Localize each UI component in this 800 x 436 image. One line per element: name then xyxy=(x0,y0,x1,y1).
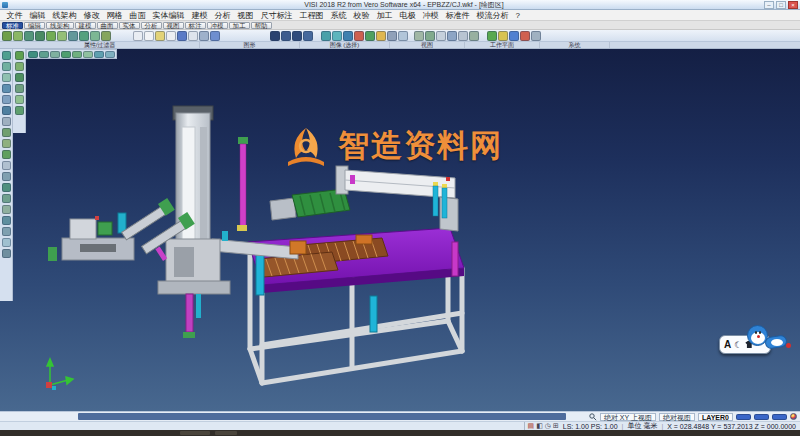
left-toolbar-icon[interactable] xyxy=(2,150,11,159)
toolbar-icon[interactable] xyxy=(354,31,364,41)
menu-item[interactable]: 网格 xyxy=(103,10,126,21)
toolbar-tab[interactable]: 加工 xyxy=(229,22,250,29)
toolbar-icon[interactable] xyxy=(177,31,187,41)
toolbar-icon[interactable] xyxy=(414,31,424,41)
menu-item[interactable]: 模流分析 xyxy=(473,10,512,21)
search-icon[interactable] xyxy=(589,413,597,421)
menu-item[interactable]: 电极 xyxy=(396,10,419,21)
close-button[interactable]: × xyxy=(788,1,798,9)
toolbar-icon[interactable] xyxy=(101,31,111,41)
3d-viewport[interactable]: 智造资料网 A ☾ xyxy=(0,49,800,411)
menu-item[interactable]: 校验 xyxy=(350,10,373,21)
left-toolbar-icon[interactable] xyxy=(2,62,11,71)
toolbar-icon[interactable] xyxy=(321,31,331,41)
menu-item[interactable]: 修改 xyxy=(80,10,103,21)
filter-icon[interactable] xyxy=(39,51,49,58)
left-toolbar-icon[interactable] xyxy=(2,205,11,214)
toolbar-tab[interactable]: 建模 xyxy=(75,22,96,29)
toolbar-icon[interactable] xyxy=(144,31,154,41)
menu-item[interactable]: 编辑 xyxy=(26,10,49,21)
toolbar-icon[interactable] xyxy=(90,31,100,41)
maximize-button[interactable]: □ xyxy=(776,1,786,9)
toolbar-icon[interactable] xyxy=(79,31,89,41)
toolbar-icon[interactable] xyxy=(436,31,446,41)
status-pill[interactable] xyxy=(772,414,787,420)
toolbar-icon[interactable] xyxy=(387,31,397,41)
absolute-view-indicator[interactable]: 绝对视图 xyxy=(659,413,695,421)
menu-item[interactable]: 文件 xyxy=(3,10,26,21)
toolbar-icon[interactable] xyxy=(68,31,78,41)
filter-icon[interactable] xyxy=(28,51,38,58)
toolbar-icon[interactable] xyxy=(469,31,479,41)
menu-item[interactable]: 标准件 xyxy=(442,10,473,21)
document-icon[interactable]: ◧ xyxy=(536,422,543,430)
toolbar-icon[interactable] xyxy=(199,31,209,41)
toolbar-tab[interactable]: 编辑 xyxy=(24,22,45,29)
left-toolbar-icon[interactable] xyxy=(2,139,11,148)
left-toolbar-icon[interactable] xyxy=(2,95,11,104)
toolbar-icon[interactable] xyxy=(303,31,313,41)
toolbar-icon[interactable] xyxy=(343,31,353,41)
filter-icon[interactable] xyxy=(94,51,104,58)
toolbar-tab[interactable]: 冲模 xyxy=(207,22,228,29)
left-toolbar-icon[interactable] xyxy=(2,183,11,192)
filter-icon[interactable] xyxy=(50,51,60,58)
moon-icon[interactable]: ☾ xyxy=(734,340,742,350)
toolbar-icon[interactable] xyxy=(458,31,468,41)
left-toolbar-icon[interactable] xyxy=(2,249,11,258)
filter-icon[interactable] xyxy=(83,51,93,58)
left-toolbar-icon[interactable] xyxy=(2,51,11,60)
toolbar-icon[interactable] xyxy=(376,31,386,41)
menu-item[interactable]: 尺寸标注 xyxy=(257,10,296,21)
left-toolbar-icon[interactable] xyxy=(15,73,24,82)
left-toolbar-icon[interactable] xyxy=(15,84,24,93)
toolbar-icon[interactable] xyxy=(270,31,280,41)
left-toolbar-icon[interactable] xyxy=(2,238,11,247)
left-toolbar-icon[interactable] xyxy=(2,227,11,236)
toolbar-icon[interactable] xyxy=(292,31,302,41)
toolbar-icon[interactable] xyxy=(35,31,45,41)
menu-item[interactable]: 系统 xyxy=(327,10,350,21)
grid-icon[interactable]: ⊞ xyxy=(553,422,559,430)
toolbar-icon[interactable] xyxy=(57,31,67,41)
filter-icon[interactable] xyxy=(105,51,115,58)
toolbar-icon[interactable] xyxy=(425,31,435,41)
toolbar-tab[interactable]: 视图 xyxy=(163,22,184,29)
menu-item[interactable]: 线架构 xyxy=(49,10,80,21)
toolbar-tab[interactable]: 实体 xyxy=(119,22,140,29)
toolbar-tab[interactable]: 帮助 xyxy=(251,22,272,29)
toolbar-icon[interactable] xyxy=(447,31,457,41)
minimize-button[interactable]: – xyxy=(764,1,774,9)
left-toolbar-icon[interactable] xyxy=(2,194,11,203)
toolbar-icon[interactable] xyxy=(133,31,143,41)
toolbar-icon[interactable] xyxy=(188,31,198,41)
toolbar-icon[interactable] xyxy=(24,31,34,41)
toolbar-icon[interactable] xyxy=(13,31,23,41)
toolbar-tab[interactable]: 曲面 xyxy=(97,22,118,29)
plot-icon[interactable]: ▤ xyxy=(528,422,535,430)
toolbar-icon[interactable] xyxy=(498,31,508,41)
status-pill[interactable] xyxy=(736,414,751,420)
ime-toolbar[interactable]: A ☾ xyxy=(719,325,793,367)
view-mode-indicator[interactable]: 绝对 XY 上视图 xyxy=(600,413,656,421)
left-toolbar-icon[interactable] xyxy=(15,51,24,60)
left-toolbar-icon[interactable] xyxy=(2,161,11,170)
left-toolbar-icon[interactable] xyxy=(15,62,24,71)
toolbar-icon[interactable] xyxy=(210,31,220,41)
toolbar-icon[interactable] xyxy=(155,31,165,41)
toolbar-icon[interactable] xyxy=(281,31,291,41)
ime-letter-mode[interactable]: A xyxy=(724,339,731,350)
menu-item[interactable]: ? xyxy=(512,10,523,21)
left-toolbar-icon[interactable] xyxy=(2,117,11,126)
layer-indicator[interactable]: LAYER0 xyxy=(698,413,733,421)
left-toolbar-icon[interactable] xyxy=(2,216,11,225)
toolbar-icon[interactable] xyxy=(332,31,342,41)
toolbar-tab[interactable]: 标注 xyxy=(185,22,206,29)
filter-icon[interactable] xyxy=(72,51,82,58)
toolbar-icon[interactable] xyxy=(398,31,408,41)
menu-item[interactable]: 视图 xyxy=(234,10,257,21)
menu-item[interactable]: 曲面 xyxy=(126,10,149,21)
toolbar-icon[interactable] xyxy=(2,31,12,41)
left-toolbar-icon[interactable] xyxy=(2,172,11,181)
status-pill[interactable] xyxy=(754,414,769,420)
